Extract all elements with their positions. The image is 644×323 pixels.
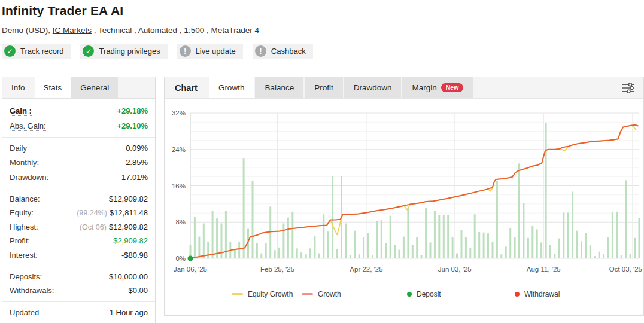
badge-track-record[interactable]: ✓ Track record xyxy=(2,44,71,59)
daily-gain-bar xyxy=(234,249,236,258)
legend-label: Withdrawal xyxy=(524,290,560,298)
badge-live-update[interactable]: ! Live update xyxy=(177,44,243,59)
stat-label: Drawdown: xyxy=(10,173,48,182)
legend-equity-growth[interactable]: Equity Growth xyxy=(232,290,302,298)
stat-note: (Oct 06) xyxy=(80,223,107,231)
daily-gain-bar xyxy=(492,242,494,258)
stat-row-balance: Balance: $12,909.82 xyxy=(10,192,148,206)
stat-label: Withdrawals: xyxy=(10,286,54,295)
daily-gain-bar xyxy=(563,212,564,258)
tab-general[interactable]: General xyxy=(71,77,118,98)
tab-margin[interactable]: Margin New xyxy=(402,77,473,98)
daily-gain-bar xyxy=(336,249,338,258)
daily-gain-bar xyxy=(399,250,400,258)
stat-row-tracking: Tracking 1 xyxy=(10,319,148,323)
stat-label: Interest: xyxy=(10,251,38,260)
chart-panel-label: Chart xyxy=(165,77,209,98)
daily-gain-bar xyxy=(474,214,476,258)
page-title: Infinity Trader EA AI xyxy=(2,4,644,18)
tab-growth[interactable]: Growth xyxy=(209,77,254,98)
stat-label: Profit: xyxy=(10,236,30,245)
daily-gain-bar xyxy=(198,237,200,258)
badge-label: Track record xyxy=(20,47,63,56)
daily-gain-bar xyxy=(194,217,196,258)
daily-gain-bar xyxy=(630,254,631,258)
daily-gain-bar xyxy=(607,237,609,258)
stat-label: Balance: xyxy=(10,194,40,203)
badge-trading-privileges[interactable]: ✓ Trading privileges xyxy=(80,44,167,59)
stat-note: (99.24%) xyxy=(77,209,107,217)
tab-margin-label: Margin xyxy=(412,83,436,92)
check-icon: ✓ xyxy=(83,45,94,57)
growth-chart: 0%8%16%24%32%Jan 06, '25Feb 25, '25Apr 2… xyxy=(165,99,643,284)
badge-label: Live update xyxy=(196,47,236,56)
divider xyxy=(2,188,155,188)
x-tick-label: Apr 22, '25 xyxy=(350,266,382,273)
exclamation-icon: ! xyxy=(255,45,266,57)
legend-withdrawal[interactable]: Withdrawal xyxy=(515,290,560,298)
legend-deposit[interactable]: Deposit xyxy=(407,290,515,298)
stat-value: +29.18% xyxy=(117,106,148,115)
stat-label: Deposits: xyxy=(10,272,42,281)
y-tick-label: 32% xyxy=(172,109,186,117)
badge-label: Cashback xyxy=(271,47,306,56)
page: Infinity Trader EA AI Demo (USD), IC Mar… xyxy=(0,0,644,323)
stat-row-daily: Daily 0.09% xyxy=(10,141,148,156)
daily-gain-bar xyxy=(612,212,613,258)
daily-gain-bar xyxy=(461,230,463,258)
stat-row-equity: Equity: (99.24%)$12,811.48 xyxy=(10,206,148,220)
daily-gain-bar xyxy=(545,123,547,258)
stats-list: Gain : +29.18% Abs. Gain: +29.10% Daily … xyxy=(2,99,155,323)
stat-value: $2,909.82 xyxy=(113,236,148,245)
daily-gain-bar xyxy=(536,229,538,258)
daily-gain-bar xyxy=(207,242,209,258)
stat-value: $0.00 xyxy=(128,286,148,295)
daily-gain-bar xyxy=(514,237,516,258)
tab-stats[interactable]: Stats xyxy=(35,77,71,98)
badge-cashback[interactable]: ! Cashback xyxy=(253,44,313,59)
stat-row-abs-gain: Abs. Gain: +29.10% xyxy=(10,118,148,133)
stat-value: 0.09% xyxy=(126,144,148,153)
chart-settings-button[interactable] xyxy=(622,77,643,98)
tab-info[interactable]: Info xyxy=(2,77,34,98)
tab-balance[interactable]: Balance xyxy=(255,77,303,98)
stat-amount: $12,909.82 xyxy=(109,223,148,231)
legend-growth[interactable]: Growth xyxy=(302,290,407,298)
stat-label[interactable]: Gain : xyxy=(10,106,32,116)
account-type: Demo (USD), xyxy=(2,26,53,35)
daily-gain-bar xyxy=(385,243,387,258)
daily-gain-bar xyxy=(430,242,432,258)
verification-badges: ✓ Track record ✓ Trading privileges ! Li… xyxy=(2,44,644,59)
stats-panel-tabs: Info Stats General xyxy=(2,77,155,99)
daily-gain-bar xyxy=(287,218,289,258)
daily-gain-bar xyxy=(252,181,254,258)
daily-gain-bar xyxy=(265,243,267,258)
stat-value: 2.85% xyxy=(126,158,148,167)
daily-gain-bar xyxy=(483,233,485,258)
daily-gain-bar xyxy=(558,239,560,258)
growth-swatch xyxy=(302,293,313,295)
account-subtitle: Demo (USD), IC Markets , Technical , Aut… xyxy=(2,26,644,35)
tab-drawdown[interactable]: Drawdown xyxy=(344,77,402,98)
daily-gain-bar xyxy=(332,176,333,258)
stat-value: -$80.98 xyxy=(121,251,148,260)
badge-label: Trading privileges xyxy=(99,47,160,56)
stat-label[interactable]: Monthly: xyxy=(10,158,39,167)
tab-profit[interactable]: Profit xyxy=(305,77,343,98)
daily-gain-bar xyxy=(572,191,573,258)
broker-link[interactable]: IC Markets xyxy=(53,26,92,35)
stat-row-withdrawals: Withdrawals: $0.00 xyxy=(10,284,148,297)
stat-label[interactable]: Daily xyxy=(10,144,27,153)
daily-gain-bar xyxy=(549,245,551,258)
daily-gain-bar xyxy=(469,248,471,258)
stat-row-deposits: Deposits: $10,000.00 xyxy=(10,270,148,284)
daily-gain-bar xyxy=(509,228,511,258)
divider xyxy=(2,301,155,302)
stat-label[interactable]: Abs. Gain: xyxy=(10,121,46,131)
stat-value: (99.24%)$12,811.48 xyxy=(77,208,148,217)
chart-legend: Equity Growth Growth Deposit Withdrawal xyxy=(165,290,643,298)
daily-gain-bar xyxy=(403,237,405,258)
chart-tabs: Chart Growth Balance Profit Drawdown Mar… xyxy=(165,77,643,99)
growth-line xyxy=(190,125,638,258)
daily-gain-bar xyxy=(500,254,502,258)
